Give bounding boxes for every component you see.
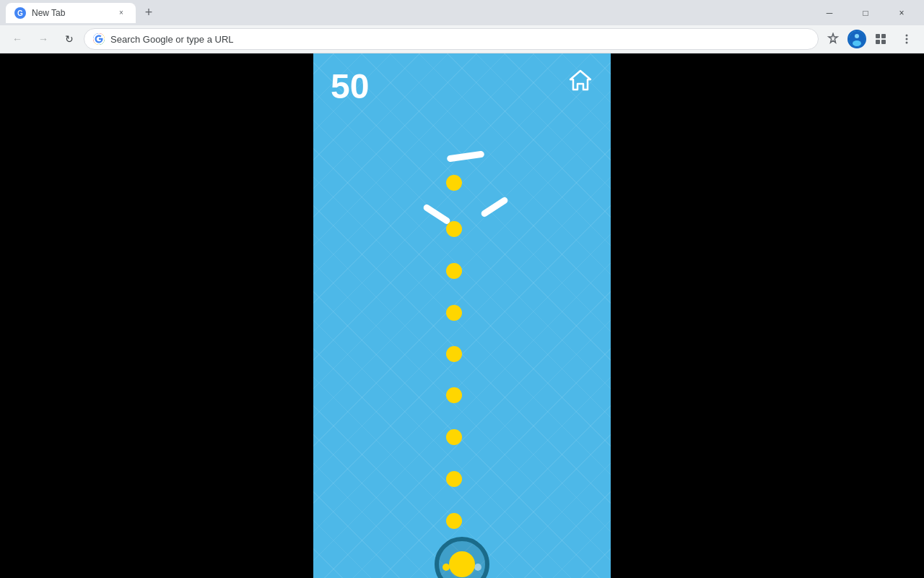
maximize-button[interactable]: □ xyxy=(849,0,882,25)
address-text: Search Google or type a URL xyxy=(110,34,234,45)
browser-toolbar: ← → ↻ Search Google or type a URL xyxy=(0,25,924,53)
window-controls: ─ □ × xyxy=(813,0,918,25)
new-tab-button[interactable]: + xyxy=(139,3,159,23)
svg-point-11 xyxy=(906,38,908,40)
obstacle-top xyxy=(447,150,485,162)
ball-5 xyxy=(446,346,462,362)
main-ball xyxy=(449,551,475,577)
svg-point-10 xyxy=(906,35,908,37)
svg-rect-8 xyxy=(876,40,880,44)
obstacle-right xyxy=(480,196,509,217)
toolbar-right xyxy=(821,27,918,51)
svg-point-4 xyxy=(855,34,859,38)
chrome-browser: G New Tab × + ─ □ × ← → ↻ Search Google … xyxy=(0,0,924,578)
address-bar[interactable]: Search Google or type a URL xyxy=(84,28,819,50)
browser-content: 50 xyxy=(0,53,924,578)
ball-9 xyxy=(446,513,462,529)
ball-3 xyxy=(446,263,462,279)
tab-favicon: G xyxy=(14,7,26,19)
ball-2 xyxy=(446,221,462,237)
svg-text:G: G xyxy=(17,9,23,17)
svg-rect-7 xyxy=(881,34,886,38)
ball-6 xyxy=(446,387,462,403)
dot-3[interactable] xyxy=(474,564,481,571)
bookmark-button[interactable] xyxy=(821,27,845,51)
ball-8 xyxy=(446,471,462,487)
main-ball-container xyxy=(434,536,490,578)
svg-point-5 xyxy=(853,40,861,46)
svg-rect-6 xyxy=(876,34,880,38)
ball-4 xyxy=(446,305,462,321)
game-area[interactable]: 50 xyxy=(313,53,611,578)
title-bar: G New Tab × + ─ □ × xyxy=(0,0,924,25)
extensions-button[interactable] xyxy=(869,27,892,51)
back-button[interactable]: ← xyxy=(6,27,29,51)
tab-close-button[interactable]: × xyxy=(116,7,127,19)
game-score: 50 xyxy=(331,66,369,106)
forward-button[interactable]: → xyxy=(32,27,55,51)
tab-title: New Tab xyxy=(32,8,110,18)
ball-7 xyxy=(446,429,462,445)
menu-button[interactable] xyxy=(895,27,918,51)
google-icon xyxy=(93,33,105,45)
svg-rect-9 xyxy=(881,40,886,44)
minimize-button[interactable]: ─ xyxy=(813,0,846,25)
obstacle-left xyxy=(422,203,451,225)
close-button[interactable]: × xyxy=(885,0,918,25)
home-icon[interactable] xyxy=(567,66,593,92)
browser-tab[interactable]: G New Tab × xyxy=(6,3,136,23)
svg-point-12 xyxy=(906,42,908,44)
ball-1 xyxy=(446,175,462,191)
refresh-button[interactable]: ↻ xyxy=(58,27,81,51)
profile-icon[interactable] xyxy=(847,30,866,48)
